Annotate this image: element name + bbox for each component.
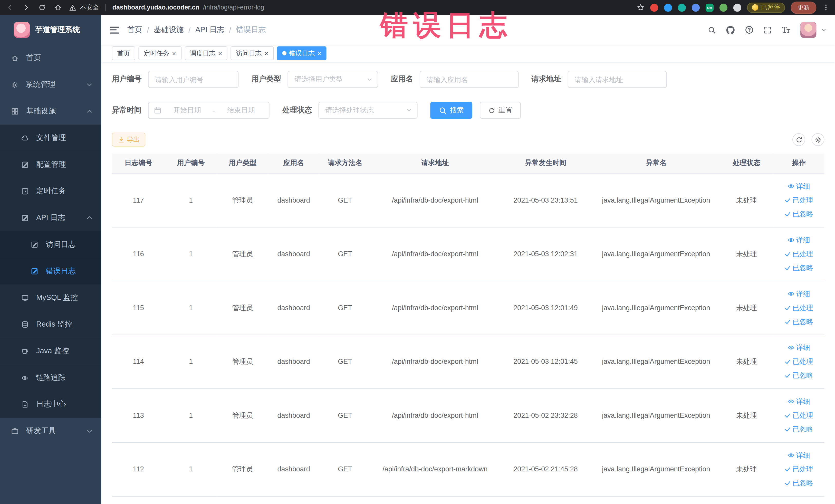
detail-link[interactable]: 详细 [788,180,810,193]
monitor-icon [21,294,29,301]
sidebar-item-redis-monitor[interactable]: Redis 监控 [0,311,101,338]
close-icon[interactable]: × [264,50,268,57]
briefcase-icon [11,427,19,435]
extension-icon[interactable] [719,3,728,11]
logo[interactable]: 芋道管理系统 [0,15,101,45]
fullscreen-icon[interactable] [763,26,772,34]
sidebar-item-scheduled-jobs[interactable]: 定时任务 [0,178,101,205]
sidebar-item-config-management[interactable]: 配置管理 [0,151,101,178]
detail-link[interactable]: 详细 [788,341,810,354]
extension-icon[interactable] [678,3,686,11]
extension-icon[interactable] [664,3,672,11]
check-icon [785,264,791,271]
bookmark-star-icon[interactable] [637,4,644,11]
detail-link[interactable]: 详细 [788,395,810,408]
table-row: 1141管理员dashboardGET/api/infra/db-doc/exp… [112,335,824,388]
close-icon[interactable]: × [317,50,321,57]
top-navbar: 首页/基础设施/API 日志/错误日志 [101,15,835,45]
sidebar-item-infrastructure[interactable]: 基础设施 [0,98,101,125]
request-url-input[interactable] [568,71,667,88]
sidebar-item-java-monitor[interactable]: Java 监控 [0,338,101,365]
reset-button[interactable]: 重置 [480,102,521,119]
paused-badge[interactable]: 已暂停 [747,2,785,12]
table-header-row: 日志编号用户编号用户类型应用名请求方法名请求地址异常发生时间异常名处理状态操作 [112,154,824,173]
ignored-link[interactable]: 已忽略 [785,261,813,274]
sidebar-item-error-log[interactable]: 错误日志 [0,258,101,284]
process-status-select[interactable]: 请选择处理状态 [319,102,418,119]
github-icon[interactable] [726,25,735,35]
search-icon[interactable] [708,26,716,34]
update-button[interactable]: 更新 [791,1,816,14]
tag-job-log[interactable]: 调度日志× [185,46,227,60]
help-icon[interactable] [745,26,753,34]
user-id-input[interactable] [148,71,239,88]
security-label[interactable]: 不安全 [80,3,99,12]
sidebar-item-system-management[interactable]: 系统管理 [0,72,101,98]
processed-link[interactable]: 已处理 [785,301,813,314]
extension-on-badge-icon[interactable]: on [706,3,714,11]
tag-home[interactable]: 首页 [112,46,135,60]
ignored-link[interactable]: 已忽略 [785,369,813,382]
column-header: 操作 [773,154,824,173]
refresh-table-button[interactable] [792,133,805,146]
breadcrumb-item[interactable]: 基础设施 [154,25,184,35]
detail-link[interactable]: 详细 [788,234,810,246]
ignored-link[interactable]: 已忽略 [785,423,813,436]
extension-icon[interactable] [650,3,658,11]
close-icon[interactable]: × [172,50,176,57]
sidebar-item-label: 链路追踪 [36,373,65,383]
export-button[interactable]: 导出 [112,133,145,147]
active-tag-dot-icon [282,51,286,56]
search-button[interactable]: 搜索 [430,102,472,119]
reset-button-label: 重置 [498,105,512,115]
ignored-link[interactable]: 已忽略 [785,207,813,220]
request-url-label: 请求地址 [531,75,561,84]
browser-back-icon[interactable] [6,4,14,11]
extension-icon[interactable] [692,3,700,11]
ignored-link[interactable]: 已忽略 [785,477,813,489]
detail-link[interactable]: 详细 [788,287,810,300]
extension-paw-icon[interactable] [733,3,741,11]
sidebar-item-home[interactable]: 首页 [0,45,101,72]
app-name-input[interactable] [420,71,519,88]
browser-reload-icon[interactable] [38,4,46,11]
user-type-select[interactable]: 请选择用户类型 [287,71,378,88]
breadcrumb-item[interactable]: API 日志 [195,25,224,35]
cell-method: GET [319,281,371,335]
edit-square-icon [21,214,29,222]
detail-link[interactable]: 详细 [788,449,810,462]
action-label: 已忽略 [792,478,813,488]
date-range-picker[interactable]: 开始日期 - 结束日期 [148,102,269,119]
address-bar[interactable]: 不安全 dashboard.yudao.iocoder.cn/infra/log… [69,3,264,12]
font-size-icon[interactable] [782,26,790,34]
sidebar-item-api-logs[interactable]: API 日志 [0,205,101,231]
close-icon[interactable]: × [218,50,222,57]
browser-forward-icon[interactable] [22,4,30,11]
column-header: 用户编号 [165,154,217,173]
tag-scheduled-jobs[interactable]: 定时任务× [138,46,181,60]
sidebar-item-mysql-monitor[interactable]: MySQL 监控 [0,284,101,311]
gear-icon [11,81,18,88]
sidebar-item-access-log[interactable]: 访问日志 [0,231,101,258]
sidebar-item-link-tracing[interactable]: 链路追踪 [0,364,101,391]
hamburger-icon[interactable] [109,26,119,33]
sidebar-item-file-management[interactable]: 文件管理 [0,125,101,152]
column-settings-button[interactable] [812,133,824,146]
breadcrumb-item[interactable]: 首页 [127,25,142,35]
avatar-caret-down-icon[interactable] [821,27,827,33]
processed-link[interactable]: 已处理 [785,463,813,476]
user-avatar[interactable] [800,22,816,38]
cell-time: 2021-05-02 23:32:28 [499,388,592,442]
ignored-link[interactable]: 已忽略 [785,315,813,328]
tag-error-log[interactable]: 错误日志× [277,46,326,60]
processed-link[interactable]: 已处理 [785,355,813,368]
sidebar-item-log-center[interactable]: 日志中心 [0,391,101,418]
tag-access-log[interactable]: 访问日志× [231,46,273,60]
processed-link[interactable]: 已处理 [785,194,813,206]
browser-menu-icon[interactable] [822,4,830,11]
processed-link[interactable]: 已处理 [785,409,813,422]
sidebar-item-dev-tools[interactable]: 研发工具 [0,418,101,444]
request-url-field: 请求地址 [531,71,667,88]
browser-home-icon[interactable] [55,4,62,11]
processed-link[interactable]: 已处理 [785,247,813,260]
